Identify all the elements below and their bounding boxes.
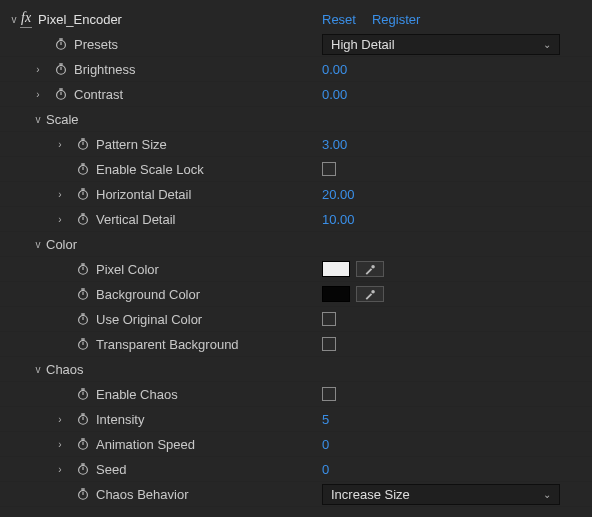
stopwatch-icon[interactable] [76,487,90,501]
stopwatch-icon[interactable] [76,437,90,451]
horizontal-detail-twisty[interactable]: › [54,189,66,200]
chaos-group-label: Chaos [46,362,84,377]
reset-link[interactable]: Reset [322,12,356,27]
chaos-behavior-value: Increase Size [331,487,410,502]
contrast-value[interactable]: 0.00 [322,87,347,102]
enable-chaos-checkbox[interactable] [322,387,336,401]
stopwatch-icon[interactable] [76,337,90,351]
row-vertical-detail: › Vertical Detail 10.00 [0,207,592,232]
chaos-behavior-dropdown[interactable]: Increase Size ⌄ [322,484,560,505]
stopwatch-icon[interactable] [76,287,90,301]
row-animation-speed: › Animation Speed 0 [0,432,592,457]
pattern-size-twisty[interactable]: › [54,139,66,150]
transparent-background-label: Transparent Background [96,337,239,352]
transparent-background-checkbox[interactable] [322,337,336,351]
animation-speed-label: Animation Speed [96,437,195,452]
presets-dropdown[interactable]: High Detail ⌄ [322,34,560,55]
seed-label: Seed [96,462,126,477]
contrast-label: Contrast [74,87,123,102]
vertical-detail-twisty[interactable]: › [54,214,66,225]
stopwatch-icon[interactable] [76,187,90,201]
row-contrast: › Contrast 0.00 [0,82,592,107]
scale-twisty[interactable]: v [32,114,44,125]
row-enable-scale-lock: Enable Scale Lock [0,157,592,182]
chaos-twisty[interactable]: v [32,364,44,375]
background-color-eyedropper[interactable] [356,286,384,302]
color-group-label: Color [46,237,77,252]
pattern-size-label: Pattern Size [96,137,167,152]
stopwatch-icon[interactable] [76,462,90,476]
chaos-behavior-label: Chaos Behavior [96,487,189,502]
effect-header: v fx Pixel_Encoder Reset Register [0,6,592,32]
chevron-down-icon: ⌄ [543,489,551,500]
row-chaos-behavior: Chaos Behavior Increase Size ⌄ [0,482,592,507]
background-color-swatch[interactable] [322,286,350,302]
enable-scale-lock-checkbox[interactable] [322,162,336,176]
pattern-size-value[interactable]: 3.00 [322,137,347,152]
vertical-detail-value[interactable]: 10.00 [322,212,355,227]
stopwatch-icon[interactable] [76,412,90,426]
row-horizontal-detail: › Horizontal Detail 20.00 [0,182,592,207]
scale-group-label: Scale [46,112,79,127]
fx-icon: fx [20,10,32,28]
animation-speed-twisty[interactable]: › [54,439,66,450]
presets-label: Presets [74,37,118,52]
row-background-color: Background Color [0,282,592,307]
pixel-color-swatch[interactable] [322,261,350,277]
enable-scale-lock-label: Enable Scale Lock [96,162,204,177]
row-scale-group: v Scale [0,107,592,132]
pixel-color-label: Pixel Color [96,262,159,277]
seed-twisty[interactable]: › [54,464,66,475]
row-seed: › Seed 0 [0,457,592,482]
intensity-twisty[interactable]: › [54,414,66,425]
vertical-detail-label: Vertical Detail [96,212,175,227]
stopwatch-icon[interactable] [54,37,68,51]
effect-twisty[interactable]: v [8,14,20,25]
intensity-value[interactable]: 5 [322,412,329,427]
background-color-label: Background Color [96,287,200,302]
stopwatch-icon[interactable] [76,137,90,151]
row-transparent-background: Transparent Background [0,332,592,357]
effect-panel: v fx Pixel_Encoder Reset Register Preset… [0,0,592,513]
row-chaos-group: v Chaos [0,357,592,382]
stopwatch-icon[interactable] [76,387,90,401]
seed-value[interactable]: 0 [322,462,329,477]
horizontal-detail-value[interactable]: 20.00 [322,187,355,202]
register-link[interactable]: Register [372,12,420,27]
row-use-original-color: Use Original Color [0,307,592,332]
brightness-label: Brightness [74,62,135,77]
contrast-twisty[interactable]: › [32,89,44,100]
color-twisty[interactable]: v [32,239,44,250]
row-presets: Presets High Detail ⌄ [0,32,592,57]
row-intensity: › Intensity 5 [0,407,592,432]
stopwatch-icon[interactable] [76,262,90,276]
row-color-group: v Color [0,232,592,257]
presets-value: High Detail [331,37,395,52]
effect-name[interactable]: Pixel_Encoder [38,12,122,27]
stopwatch-icon[interactable] [76,312,90,326]
brightness-value[interactable]: 0.00 [322,62,347,77]
brightness-twisty[interactable]: › [32,64,44,75]
stopwatch-icon[interactable] [54,62,68,76]
row-enable-chaos: Enable Chaos [0,382,592,407]
row-brightness: › Brightness 0.00 [0,57,592,82]
pixel-color-eyedropper[interactable] [356,261,384,277]
intensity-label: Intensity [96,412,144,427]
stopwatch-icon[interactable] [54,87,68,101]
stopwatch-icon[interactable] [76,212,90,226]
animation-speed-value[interactable]: 0 [322,437,329,452]
horizontal-detail-label: Horizontal Detail [96,187,191,202]
row-pixel-color: Pixel Color [0,257,592,282]
enable-chaos-label: Enable Chaos [96,387,178,402]
chevron-down-icon: ⌄ [543,39,551,50]
use-original-color-label: Use Original Color [96,312,202,327]
row-pattern-size: › Pattern Size 3.00 [0,132,592,157]
stopwatch-icon[interactable] [76,162,90,176]
use-original-color-checkbox[interactable] [322,312,336,326]
